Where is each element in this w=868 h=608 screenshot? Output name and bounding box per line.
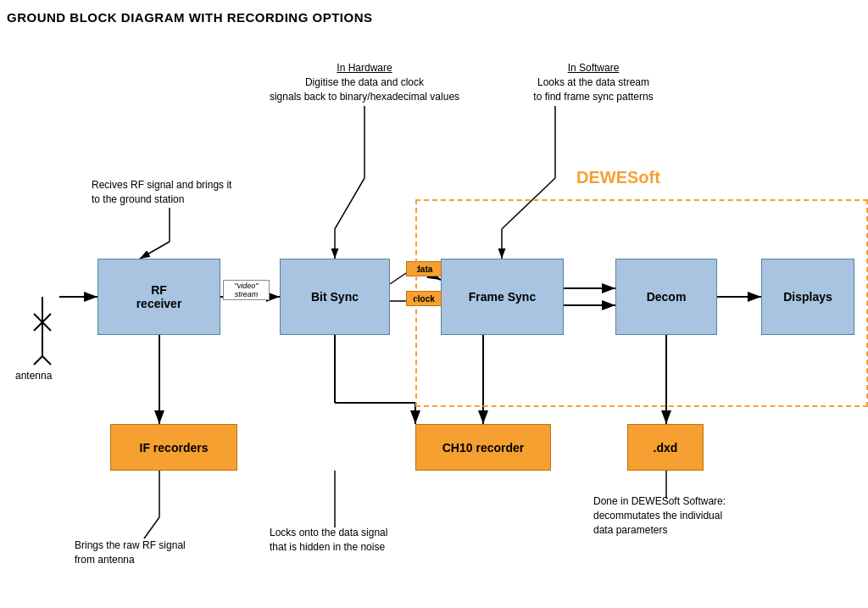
in-hardware-annotation: In Hardware Digitise the data and clock … bbox=[263, 61, 466, 103]
rf-signal-annotation: Recives RF signal and brings it to the g… bbox=[92, 178, 261, 207]
dewesoft-border bbox=[415, 199, 868, 407]
svg-line-7 bbox=[390, 273, 406, 284]
svg-line-3 bbox=[34, 314, 51, 331]
locks-onto-annotation: Locks onto the data signal that is hidde… bbox=[270, 526, 448, 555]
svg-line-2 bbox=[34, 356, 42, 365]
svg-line-1 bbox=[42, 356, 51, 365]
svg-line-24 bbox=[335, 178, 364, 229]
antenna-label: antenna bbox=[15, 369, 52, 383]
bit-sync-box: Bit Sync bbox=[280, 259, 390, 335]
rf-receiver-label: RF receiver bbox=[136, 283, 182, 310]
svg-line-21 bbox=[144, 517, 159, 538]
if-recorders-box: IF recorders bbox=[110, 424, 237, 471]
decom-annotation: Done in DEWESoft Software: decommutates … bbox=[593, 494, 793, 537]
dxd-box: .dxd bbox=[627, 424, 704, 471]
in-hardware-body: Digitise the data and clock signals back… bbox=[263, 75, 466, 104]
in-hardware-title: In Hardware bbox=[263, 61, 466, 75]
dxd-label: .dxd bbox=[654, 441, 678, 455]
svg-line-30 bbox=[140, 242, 170, 259]
svg-line-4 bbox=[34, 314, 51, 331]
raw-rf-annotation: Brings the raw RF signal from antenna bbox=[75, 538, 244, 567]
ch10-recorder-box: CH10 recorder bbox=[415, 424, 551, 471]
bit-sync-label: Bit Sync bbox=[311, 290, 359, 304]
in-software-title: In Software bbox=[500, 61, 687, 75]
page-title: GROUND BLOCK DIAGRAM WITH RECORDING OPTI… bbox=[7, 10, 373, 25]
rf-receiver-box: RF receiver bbox=[97, 259, 220, 335]
in-software-annotation: In Software Looks at the data stream to … bbox=[500, 61, 687, 103]
dewesoft-label: DEWESoft bbox=[576, 168, 660, 187]
if-recorders-label: IF recorders bbox=[140, 441, 209, 455]
video-stream-label: "video" stream bbox=[223, 280, 270, 300]
in-software-body: Looks at the data stream to find frame s… bbox=[500, 75, 687, 104]
ch10-recorder-label: CH10 recorder bbox=[442, 441, 525, 455]
